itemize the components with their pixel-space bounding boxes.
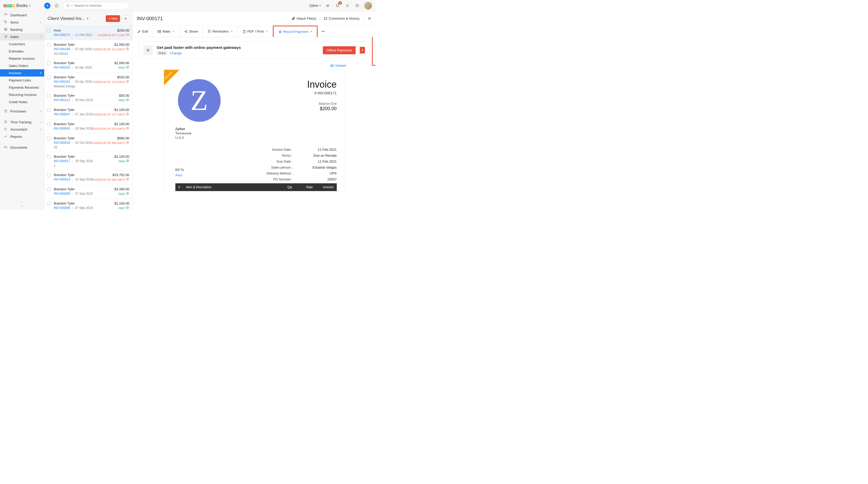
invoice-list-item[interactable]: Brandon Tyler$33,792.00INV-000014|10 Sep…: [44, 170, 132, 185]
select-checkbox[interactable]: [47, 137, 51, 140]
sidebar-item-purchases[interactable]: Purchases: [0, 107, 44, 115]
close-detail-button[interactable]: ✕: [364, 16, 371, 22]
invoice-list-item[interactable]: Brandon Tyler$520.00INV-000161|03 Apr 20…: [44, 73, 132, 91]
svg-point-3: [328, 5, 329, 5]
record-payment-button[interactable]: Record Payment ▼: [273, 26, 318, 37]
dropdown-charge-customer[interactable]: Charge Customer: [373, 45, 376, 56]
invoice-list-item[interactable]: Brandon Tyler$990.00INV-000020|02 Oct 20…: [44, 134, 132, 152]
reminders-button[interactable]: Reminders ▼: [203, 26, 238, 37]
invoice-number-link[interactable]: INV-000047: [54, 112, 70, 116]
dropdown-record-payment[interactable]: Record Payment: [373, 38, 376, 45]
invoice-client: Brandon Tyler: [54, 173, 75, 177]
select-checkbox[interactable]: [47, 202, 51, 205]
invoice-list-item[interactable]: Brandon Tyler$2,000.00INV-000162|01 Apr …: [44, 58, 132, 73]
chevron-left-icon: ‹: [22, 204, 23, 208]
share-button[interactable]: Share: [180, 26, 203, 37]
edit-button[interactable]: Edit: [133, 26, 153, 37]
sidebar-item-label: Purchases: [10, 109, 26, 113]
help-icon[interactable]: [354, 3, 360, 8]
share-icon: [184, 30, 188, 33]
invoice-list-item[interactable]: Brandon Tyler$1,100.00INV-000041|20 Sep …: [44, 120, 132, 134]
more-actions-button[interactable]: •••: [318, 26, 329, 37]
settings-icon[interactable]: [344, 3, 350, 8]
sidebar-item-sales[interactable]: Sales: [0, 33, 44, 40]
invoice-list-item[interactable]: Brandon Tyler$1,100.00INV-000006|07 Sep …: [44, 199, 132, 210]
sidebar-sub-credit-notes[interactable]: Credit Notes: [0, 98, 44, 105]
invoice-number-link[interactable]: INV-000161: [54, 80, 70, 84]
sidebar-sub-payments-received[interactable]: Payments Received: [0, 84, 44, 91]
sidebar-sub-estimates[interactable]: Estimates: [0, 47, 44, 55]
invoice-list-item[interactable]: Brandon Tyler$1,100.00INV-000047|07 Jan …: [44, 105, 132, 120]
list-menu-button[interactable]: [122, 15, 129, 22]
invoice-number-link[interactable]: INV-000041: [54, 127, 70, 130]
pdf-print-button[interactable]: PDF / Print ▼: [238, 26, 273, 37]
sidebar-item-accountant[interactable]: Accountant: [0, 126, 44, 133]
attach-files-button[interactable]: Attach File(s): [291, 17, 316, 21]
sidebar-sub-payment-links[interactable]: Payment Links: [0, 76, 44, 84]
invoice-number-link[interactable]: INV-000017: [54, 159, 70, 163]
dropdown-write-off[interactable]: Write Off: [373, 56, 376, 63]
select-checkbox[interactable]: [47, 173, 51, 177]
invoice-list[interactable]: Arun$200.00INV-000171|11 Feb 2021OVERDUE…: [44, 26, 132, 210]
svg-point-20: [127, 179, 128, 180]
invoice-list-item[interactable]: Arun$200.00INV-000171|11 Feb 2021OVERDUE…: [44, 26, 132, 40]
change-gateway-link[interactable]: Change: [170, 51, 182, 55]
svg-point-25: [186, 30, 187, 31]
sidebar-sub-recurring[interactable]: Recurring Invoices: [0, 91, 44, 98]
plus-icon[interactable]: +: [39, 71, 42, 75]
select-checkbox[interactable]: [47, 108, 51, 112]
sidebar-sub-sales-orders[interactable]: Sales Orders: [0, 62, 44, 69]
search-input[interactable]: [74, 4, 125, 7]
sidebar-item-reports[interactable]: Reports: [0, 133, 44, 140]
org-switcher[interactable]: Zylker ▾: [309, 4, 321, 7]
select-checkbox[interactable]: [47, 76, 51, 79]
new-invoice-button[interactable]: + New: [106, 15, 120, 22]
select-checkbox[interactable]: [47, 62, 51, 65]
recent-icon[interactable]: [54, 3, 60, 9]
notifications-icon[interactable]: 4: [335, 3, 340, 8]
select-checkbox[interactable]: [47, 43, 51, 46]
invoice-number-link[interactable]: INV-000009: [54, 192, 70, 195]
offline-payments-caret[interactable]: ▼: [360, 47, 365, 54]
invoice-number-link[interactable]: INV-000006: [54, 206, 70, 210]
refer-icon[interactable]: [325, 3, 331, 8]
search-box[interactable]: ▾: [63, 2, 129, 9]
invoice-list-item[interactable]: Brandon Tyler$30.00INV-000111|20 Nov 201…: [44, 91, 132, 105]
folder-icon: [4, 145, 8, 150]
select-checkbox[interactable]: [47, 123, 51, 126]
pdf-icon: [242, 30, 246, 33]
sidebar-item-documents[interactable]: Documents: [0, 144, 44, 151]
invoice-list-item[interactable]: Brandon Tyler$1,000.00INV-000164|07 Apr …: [44, 40, 132, 58]
invoice-number-link[interactable]: INV-000020: [54, 141, 70, 144]
sidebar-item-label: Accountant: [10, 127, 27, 131]
invoice-list-item[interactable]: Brandon Tyler$3,300.00INV-000009|07 Sep …: [44, 185, 132, 199]
quick-add-button[interactable]: +: [44, 3, 51, 9]
sidebar-item-banking[interactable]: Banking: [0, 26, 44, 33]
sidebar-item-items[interactable]: Items: [0, 19, 44, 26]
comments-history-button[interactable]: Comments & History: [324, 17, 360, 21]
invoice-number-link[interactable]: INV-000014: [54, 178, 70, 181]
sidebar-sub-retainer[interactable]: Retainer Invoices: [0, 55, 44, 62]
app-logo[interactable]: ZOHO Books ▾: [4, 3, 41, 8]
sidebar-item-label: Sales: [10, 35, 19, 39]
avatar[interactable]: [364, 2, 372, 9]
sidebar-item-dashboard[interactable]: Dashboard: [0, 11, 44, 19]
sidebar-collapse-button[interactable]: ‹: [0, 202, 44, 210]
sidebar-item-time-tracking[interactable]: Time Tracking: [0, 119, 44, 126]
more-icon: •••: [321, 30, 325, 33]
offline-payments-button[interactable]: Offline Payments: [323, 46, 355, 54]
payment-gateway-banner: Get paid faster with online payment gate…: [139, 41, 369, 59]
invoice-number-link[interactable]: INV-000171: [54, 33, 70, 37]
select-checkbox[interactable]: [47, 29, 51, 32]
sidebar-sub-invoices[interactable]: Invoices +: [0, 69, 44, 76]
select-checkbox[interactable]: [47, 155, 51, 159]
invoice-number-link[interactable]: INV-000111: [54, 98, 70, 102]
invoice-number-link[interactable]: INV-000164: [54, 47, 70, 51]
list-view-selector[interactable]: Client Viewed Inv... ▼: [48, 16, 89, 21]
select-checkbox[interactable]: [47, 94, 51, 97]
select-checkbox[interactable]: [47, 188, 51, 191]
sidebar-sub-customers[interactable]: Customers: [0, 40, 44, 47]
invoice-number-link[interactable]: INV-000162: [54, 66, 70, 69]
mails-button[interactable]: Mails ▼: [153, 26, 179, 37]
invoice-list-item[interactable]: Brandon Tyler$1,100.00INV-000017|25 Sep …: [44, 152, 132, 170]
